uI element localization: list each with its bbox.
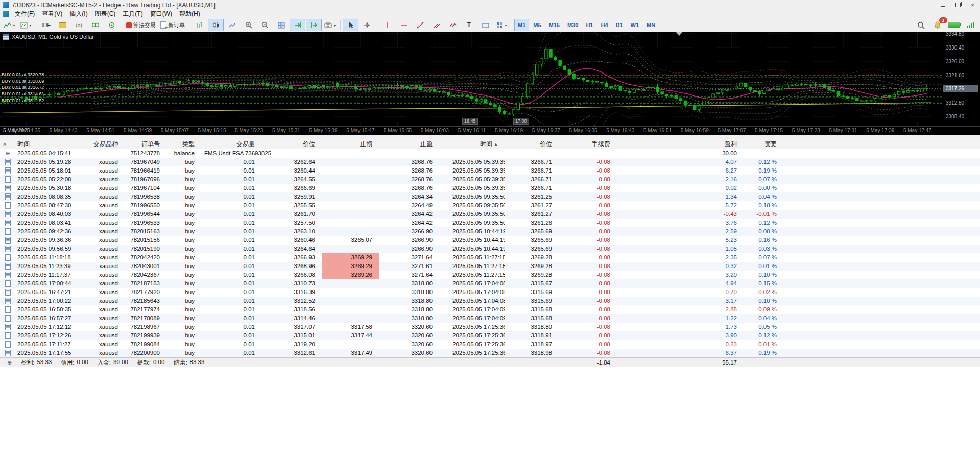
panel-splitter[interactable] bbox=[0, 135, 980, 139]
timeframe-d1[interactable]: D1 bbox=[612, 19, 627, 31]
connection-button[interactable] bbox=[946, 19, 962, 31]
channel-button[interactable] bbox=[428, 19, 444, 31]
wallet-button[interactable] bbox=[55, 19, 70, 31]
history-row[interactable]: 2025.05.05 17:11:27xauusd782199084buy0.0… bbox=[0, 340, 980, 349]
timeframe-m1[interactable]: M1 bbox=[514, 19, 529, 31]
search-button[interactable] bbox=[913, 19, 929, 31]
history-row[interactable]: 2025.05.05 05:30:18xauusd781967104buy0.0… bbox=[0, 184, 980, 192]
history-row[interactable]: 2025.05.05 08:47:30xauusd781996550buy0.0… bbox=[0, 201, 980, 210]
ide-button[interactable]: IDE bbox=[38, 19, 54, 31]
market-watch-button[interactable]: (o) bbox=[71, 19, 87, 31]
history-row[interactable]: 2025.05.05 05:18:01xauusd781966419buy0.0… bbox=[0, 166, 980, 175]
history-row[interactable]: 2025.05.05 17:12:12xauusd782198967buy0.0… bbox=[0, 323, 980, 331]
trendline-button[interactable] bbox=[412, 19, 428, 31]
history-row[interactable]: 2025.05.05 11:23:39xauusd782043001buy0.0… bbox=[0, 262, 980, 271]
history-row[interactable]: 2025.05.05 08:03:41xauusd781996533buy0.0… bbox=[0, 219, 980, 227]
fibonacci-button[interactable] bbox=[445, 19, 461, 31]
timeframe-w1[interactable]: W1 bbox=[627, 19, 643, 31]
crosshair-button[interactable] bbox=[359, 19, 375, 31]
open-time: 2025.05.05 05:19:28 bbox=[15, 158, 76, 166]
cell bbox=[744, 358, 783, 367]
menu-item-insert[interactable]: 插入(I) bbox=[66, 9, 91, 19]
time-axis[interactable]: 5 May 20255 May 14:355 May 14:435 May 14… bbox=[0, 126, 980, 135]
timeframe-m30[interactable]: M30 bbox=[564, 19, 582, 31]
history-row[interactable]: 2025.05.05 17:00:22xauusd782185643buy0.0… bbox=[0, 297, 980, 305]
history-row[interactable]: 2025.05.05 08:08:35xauusd781996538buy0.0… bbox=[0, 192, 980, 201]
column-header-order[interactable]: 订单号 bbox=[125, 139, 166, 149]
community-button[interactable] bbox=[104, 19, 119, 31]
minimize-button[interactable] bbox=[936, 0, 950, 10]
column-header-symbol[interactable]: 交易品种 bbox=[76, 139, 125, 149]
app-menu-icon[interactable] bbox=[3, 11, 9, 17]
column-header-close-price[interactable]: 价位 bbox=[505, 139, 559, 149]
new-order-button[interactable]: 新订单 bbox=[158, 19, 187, 31]
timeframe-h4[interactable]: H4 bbox=[597, 19, 611, 31]
history-row[interactable]: 2025.05.05 17:17:55xauusd782200900buy0.0… bbox=[0, 349, 980, 357]
column-header-close-time[interactable]: 时间▲ bbox=[439, 139, 505, 149]
signal-strength-button[interactable] bbox=[963, 19, 978, 31]
column-header-commission[interactable]: 手续费 bbox=[559, 139, 617, 149]
profiles-button[interactable]: ▾ bbox=[18, 19, 34, 31]
history-row[interactable]: 2025.05.05 16:57:27xauusd782178089buy0.0… bbox=[0, 314, 980, 323]
history-row[interactable]: 2025.05.05 16:50:35xauusd782177974buy0.0… bbox=[0, 305, 980, 314]
vertical-line-button[interactable] bbox=[379, 19, 395, 31]
history-row[interactable]: 2025.05.05 17:12:26xauusd782199939buy0.0… bbox=[0, 331, 980, 340]
timeframe-m5[interactable]: M5 bbox=[530, 19, 544, 31]
notifications-button[interactable]: 2 bbox=[929, 19, 945, 31]
objects-button[interactable]: ▾ bbox=[494, 19, 510, 31]
algo-trading-button[interactable]: 算法交易 bbox=[124, 19, 158, 31]
history-row[interactable]: 2025.05.05 05:19:28xauusd781967049buy0.0… bbox=[0, 158, 980, 166]
column-header-open-time[interactable]: 时间 bbox=[15, 139, 76, 149]
chart-window-button[interactable]: ▾ bbox=[2, 19, 17, 31]
candle-chart-button[interactable] bbox=[208, 19, 224, 31]
position-document-icon bbox=[5, 350, 11, 356]
bar-chart-button[interactable] bbox=[192, 19, 207, 31]
text-tool-button[interactable]: T bbox=[461, 19, 477, 31]
history-row[interactable]: 2025.05.05 05:22:08xauusd781967096buy0.0… bbox=[0, 175, 980, 184]
menu-item-charts[interactable]: 图表(C) bbox=[91, 9, 119, 19]
column-header-sl[interactable]: 止损 bbox=[322, 139, 379, 149]
history-close-button[interactable]: ✕ bbox=[0, 141, 7, 147]
price-axis[interactable]: 3334.803330.403326.003321.603317.203312.… bbox=[942, 32, 980, 127]
menu-item-file[interactable]: 文件(F) bbox=[11, 9, 38, 19]
column-header-tp[interactable]: 止盈 bbox=[379, 139, 439, 149]
history-row[interactable]: 2025.05.05 09:36:36xauusd782015156buy0.0… bbox=[0, 236, 980, 245]
menu-item-tools[interactable]: 工具(T) bbox=[119, 9, 146, 19]
timeframe-h1[interactable]: H1 bbox=[582, 19, 596, 31]
close-button[interactable]: × bbox=[965, 0, 980, 10]
column-header-type[interactable]: 类型 bbox=[166, 139, 201, 149]
screenshot-button[interactable]: ▾ bbox=[322, 19, 338, 31]
timeframe-mn[interactable]: MN bbox=[643, 19, 659, 31]
column-header-profit[interactable]: 盈利 bbox=[617, 139, 744, 149]
timeframe-m15[interactable]: M15 bbox=[545, 19, 563, 31]
history-row[interactable]: 2025.05.05 09:42:36xauusd782015163buy0.0… bbox=[0, 227, 980, 236]
history-row[interactable]: 2025.05.05 17:00:44xauusd782187153buy0.0… bbox=[0, 279, 980, 288]
cursor-button[interactable] bbox=[343, 19, 358, 31]
close-price: 3315.69 bbox=[505, 288, 559, 297]
history-row[interactable]: 2025.05.05 08:40:03xauusd781996544buy0.0… bbox=[0, 210, 980, 219]
history-row[interactable]: 2025.05.05 11:17:37xauusd782042367buy0.0… bbox=[0, 271, 980, 279]
history-row-balance[interactable]: ⊕2025.05.05 04:15:41751243778balanceFMS … bbox=[0, 149, 980, 158]
menu-item-view[interactable]: 查看(V) bbox=[38, 9, 66, 19]
maximize-button[interactable] bbox=[950, 0, 965, 10]
menu-item-window[interactable]: 窗口(W) bbox=[147, 9, 176, 19]
horizontal-line-button[interactable] bbox=[396, 19, 412, 31]
chart-area[interactable]: XAUUSD, M1: Gold vs US Dollar BUY 0.01 a… bbox=[0, 32, 980, 135]
zoom-out-button[interactable] bbox=[257, 19, 273, 31]
history-row[interactable]: 2025.05.05 11:18:18xauusd782042420buy0.0… bbox=[0, 253, 980, 262]
zoom-in-button[interactable] bbox=[241, 19, 256, 31]
tile-windows-button[interactable] bbox=[273, 19, 289, 31]
line-chart-button[interactable] bbox=[224, 19, 240, 31]
column-header-open-price[interactable]: 价位 bbox=[261, 139, 322, 149]
auto-scroll-button[interactable] bbox=[290, 19, 305, 31]
column-header-change[interactable]: 变更 bbox=[744, 139, 783, 149]
history-row[interactable]: 2025.05.05 09:56:59xauusd782015190buy0.0… bbox=[0, 245, 980, 253]
shapes-button[interactable] bbox=[477, 19, 493, 31]
column-header-volume[interactable]: 交易量 bbox=[201, 139, 261, 149]
link-charts-button[interactable] bbox=[87, 19, 103, 31]
menu-item-help[interactable]: 帮助(H) bbox=[176, 9, 204, 19]
chart-shift-button[interactable] bbox=[306, 19, 322, 31]
commission: -0.08 bbox=[559, 227, 617, 236]
history-row[interactable]: 2025.05.05 16:47:21xauusd782177920buy0.0… bbox=[0, 288, 980, 297]
time-axis-label: 5 May 15:07 bbox=[161, 128, 189, 133]
